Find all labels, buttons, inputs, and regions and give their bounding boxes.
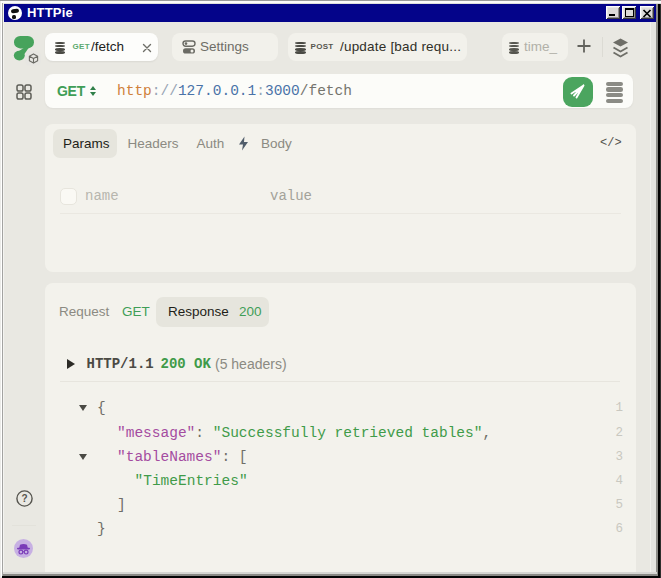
svg-text:?: ? [21,493,27,504]
